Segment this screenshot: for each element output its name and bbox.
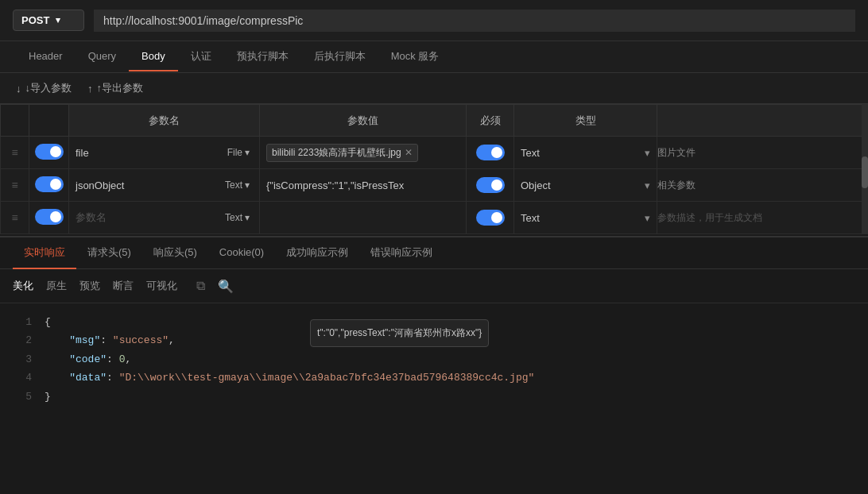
type-badge-3[interactable]: Text ▾ bbox=[222, 210, 253, 225]
export-icon: ↑ bbox=[87, 83, 93, 95]
file-tag-label-1: bilibili 2233娘高清手机壁纸.jpg bbox=[272, 146, 401, 160]
view-tab-beautify[interactable]: 美化 bbox=[13, 276, 33, 296]
view-tab-assert[interactable]: 断言 bbox=[113, 276, 134, 296]
tab-pre-script[interactable]: 预执行脚本 bbox=[224, 41, 301, 73]
param-value-cell-3[interactable] bbox=[260, 202, 467, 234]
param-name-text-1: file bbox=[76, 147, 219, 159]
tab-post-script[interactable]: 后执行脚本 bbox=[301, 41, 378, 73]
tab-header[interactable]: Header bbox=[16, 42, 76, 71]
param-name-placeholder-3: 参数名 bbox=[76, 210, 217, 225]
type-chevron-icon-2: ▾ bbox=[645, 179, 650, 191]
tab-auth[interactable]: 认证 bbox=[178, 41, 224, 73]
json-line-3: 3 "code": 0, bbox=[16, 350, 852, 369]
params-table-wrapper: 参数名 参数值 必须 类型 ≡ file bbox=[0, 104, 868, 234]
param-name-cell-3: 参数名 Text ▾ bbox=[69, 202, 260, 234]
view-tab-preview[interactable]: 预览 bbox=[79, 276, 100, 296]
export-label: ↑导出参数 bbox=[97, 81, 144, 95]
scrollbar-thumb[interactable] bbox=[862, 156, 868, 188]
type-chevron-3: ▾ bbox=[245, 212, 250, 223]
import-label: ↓导入参数 bbox=[25, 81, 72, 95]
file-tag-1: bilibili 2233娘高清手机壁纸.jpg ✕ bbox=[266, 144, 418, 162]
desc-cell-2: 相关参数 bbox=[657, 169, 868, 202]
toggle-switch-2[interactable] bbox=[35, 176, 64, 192]
type-badge-2[interactable]: Text ▾ bbox=[222, 178, 253, 192]
required-toggle-2[interactable] bbox=[476, 177, 505, 193]
params-toolbar: ↓ ↓导入参数 ↑ ↑导出参数 bbox=[0, 73, 868, 104]
tab-response-headers[interactable]: 响应头(5) bbox=[142, 237, 208, 269]
col-header-value: 参数值 bbox=[260, 105, 467, 137]
drag-handle[interactable]: ≡ bbox=[1, 137, 29, 169]
tab-cookie[interactable]: Cookie(0) bbox=[208, 238, 275, 268]
tab-error-example[interactable]: 错误响应示例 bbox=[359, 237, 444, 269]
view-tab-visualize[interactable]: 可视化 bbox=[146, 276, 177, 296]
required-toggle-1[interactable] bbox=[476, 145, 505, 160]
desc-cell-3: 参数描述，用于生成文档 bbox=[657, 202, 868, 234]
required-cell-2 bbox=[467, 169, 514, 202]
tab-realtime[interactable]: 实时响应 bbox=[13, 237, 76, 269]
close-icon[interactable]: ✕ bbox=[405, 147, 413, 158]
table-row: ≡ file File ▾ bbox=[1, 137, 868, 169]
toggle-switch-3[interactable] bbox=[35, 209, 64, 225]
import-icon: ↓ bbox=[16, 83, 21, 95]
method-selector[interactable]: POST ▾ bbox=[13, 10, 84, 31]
type-badge-1[interactable]: File ▾ bbox=[224, 145, 253, 160]
type-chevron-1: ▾ bbox=[245, 147, 250, 158]
param-name-cell-2: jsonObject Text ▾ bbox=[69, 169, 260, 202]
chevron-down-icon: ▾ bbox=[56, 15, 60, 25]
method-label: POST bbox=[21, 14, 49, 26]
param-value-cell-2[interactable]: {"isCompress":"1","isPressTex bbox=[260, 169, 467, 202]
view-tabs: 美化 原生 预览 断言 可视化 ⧉ 🔍 bbox=[0, 269, 868, 303]
required-cell-1 bbox=[467, 137, 514, 169]
params-table: 参数名 参数值 必须 类型 ≡ file bbox=[0, 104, 868, 234]
export-params-button[interactable]: ↑ ↑导出参数 bbox=[87, 81, 143, 95]
url-input[interactable] bbox=[94, 10, 855, 32]
type-chevron-icon: ▾ bbox=[645, 147, 650, 159]
col-header-required: 必须 bbox=[467, 105, 514, 137]
param-name-text-2: jsonObject bbox=[76, 179, 217, 191]
scrollbar-track[interactable] bbox=[862, 104, 868, 234]
row-toggle-2[interactable] bbox=[29, 169, 69, 202]
tab-body[interactable]: Body bbox=[129, 42, 178, 71]
tab-success-example[interactable]: 成功响应示例 bbox=[275, 237, 359, 269]
import-params-button[interactable]: ↓ ↓导入参数 bbox=[16, 81, 72, 95]
type-cell-3[interactable]: Text ▾ bbox=[514, 202, 657, 234]
json-line-4: 4 "data": "D:\\work\\test-gmaya\\image\\… bbox=[16, 369, 852, 387]
value-popup: t":"0","pressText":"河南省郑州市x路xx"} bbox=[310, 319, 489, 347]
desc-placeholder-3: 参数描述，用于生成文档 bbox=[657, 212, 762, 223]
drag-handle[interactable]: ≡ bbox=[1, 169, 29, 202]
required-toggle-3[interactable] bbox=[476, 210, 505, 226]
copy-icon[interactable]: ⧉ bbox=[196, 279, 205, 293]
top-bar: POST ▾ bbox=[0, 0, 868, 41]
response-tabs: 实时响应 请求头(5) 响应头(5) Cookie(0) 成功响应示例 错误响应… bbox=[0, 237, 868, 269]
tab-request-headers[interactable]: 请求头(5) bbox=[76, 237, 142, 269]
toggle-switch-1[interactable] bbox=[35, 144, 64, 160]
table-row: ≡ jsonObject Text ▾ {"is bbox=[1, 169, 868, 202]
json-line-5: 5 } bbox=[16, 388, 852, 406]
required-cell-3 bbox=[467, 202, 514, 234]
drag-handle[interactable]: ≡ bbox=[1, 202, 29, 234]
row-toggle-1[interactable] bbox=[29, 137, 69, 169]
desc-cell-1: 图片文件 bbox=[657, 137, 868, 169]
nav-tabs: Header Query Body 认证 预执行脚本 后执行脚本 Mock 服务 bbox=[0, 41, 868, 73]
view-tab-raw[interactable]: 原生 bbox=[46, 276, 67, 296]
row-toggle-3[interactable] bbox=[29, 202, 69, 234]
col-header-desc bbox=[657, 105, 868, 137]
param-name-cell-1: file File ▾ bbox=[69, 137, 260, 169]
type-cell-1[interactable]: Text ▾ bbox=[514, 137, 657, 169]
tab-mock[interactable]: Mock 服务 bbox=[378, 41, 452, 73]
param-value-cell-1[interactable]: bilibili 2233娘高清手机壁纸.jpg ✕ bbox=[260, 137, 467, 169]
tab-query[interactable]: Query bbox=[76, 42, 129, 71]
col-header-type: 类型 bbox=[514, 105, 657, 137]
type-cell-2[interactable]: Object ▾ bbox=[514, 169, 657, 202]
type-chevron-icon-3: ▾ bbox=[645, 212, 650, 224]
search-icon[interactable]: 🔍 bbox=[218, 279, 234, 294]
col-header-name: 参数名 bbox=[69, 105, 260, 137]
table-row: ≡ 参数名 Text ▾ bbox=[1, 202, 868, 234]
type-chevron-2: ▾ bbox=[245, 179, 250, 191]
